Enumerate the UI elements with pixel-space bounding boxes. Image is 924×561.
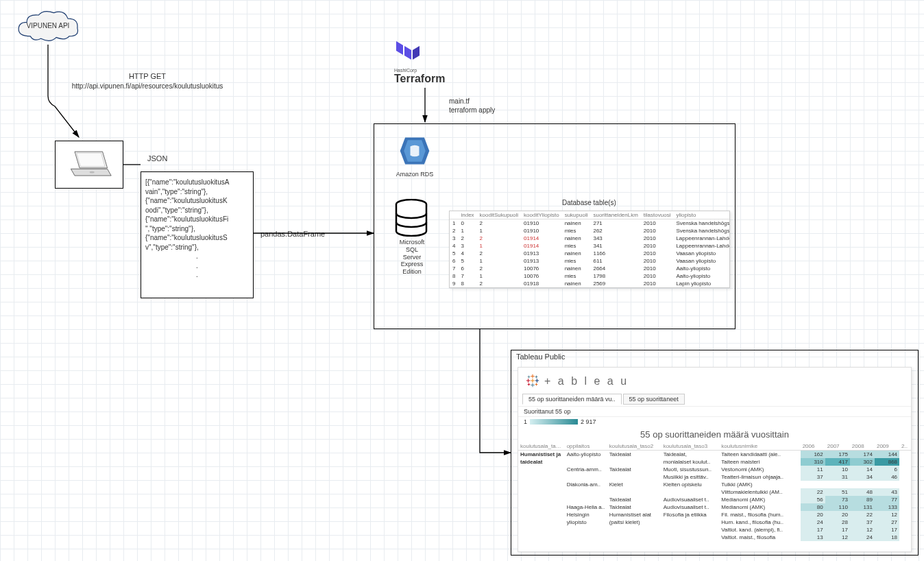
table-row: 10201910nainen2712010Svenska handelshögs… (450, 219, 730, 228)
table-row: TaidealatAudiovisuaaliset t..Medianomi (… (518, 496, 911, 503)
rds-icon (398, 134, 431, 168)
table-row: HelsinginHumanistiset alatFilosofia ja e… (518, 511, 911, 518)
tableau-col-header: 2007 (825, 442, 850, 451)
db-col-header: suorittaneidenLkm (590, 211, 640, 219)
table-row: yliopisto(paitsi kielet)Hum. kand., filo… (518, 518, 911, 526)
table-row: Centria-amm..TaidealatMuoti, sisustussun… (518, 466, 911, 473)
db-col-header: tilastovuosi (641, 211, 674, 219)
tableau-col-header: oppilaitos (565, 442, 607, 451)
table-row: 98201918nainen25692010Lapin yliopisto (450, 280, 730, 287)
tableau-logo-icon (525, 373, 540, 390)
table-row: taidealatmonialaiset koulut..Taiteen mai… (518, 458, 911, 466)
json-line: vain","type":"string"}, (145, 187, 249, 197)
table-row: Humanistiset jaAalto-yliopistoTaidealatT… (518, 451, 911, 459)
tableau-col-header: koulutusala_taso2 (607, 442, 661, 451)
json-dots: . (145, 261, 249, 271)
db-col-header (450, 211, 458, 219)
pandas-label: pandas.DataFrame (260, 230, 325, 238)
hashicorp-label: HashiCorp (394, 68, 476, 73)
json-line: oodi","type":"string"}, (145, 206, 249, 215)
json-line: ","type":"string"}, (145, 224, 249, 234)
table-row: Valtiot. kand. (alempi), fi..17171217 (518, 526, 911, 534)
json-line: [{"name":"koulutusluokitusA (145, 178, 249, 187)
db-col-header: yliopisto (673, 211, 730, 219)
cloud-node: VIPUNEN API (10, 7, 86, 48)
laptop-node (55, 141, 123, 189)
table-row: Musiikki ja esittäv..Teatteri-ilmaisun o… (518, 473, 911, 481)
database-table: indexkooditSukupuolikooditYliopistosukup… (449, 211, 730, 288)
tableau-col-header: koulutusala_taso1 (518, 442, 565, 451)
terraform-icon (394, 38, 422, 65)
db-col-header: kooditSukupuoli (477, 211, 521, 219)
tableau-col-header: koulutusala_taso3 (661, 442, 720, 451)
terraform-file-label: main.tf (449, 97, 470, 105)
json-dots: . (145, 270, 249, 280)
terraform-node: HashiCorp Terraform (394, 38, 476, 85)
rds-label: Amazon RDS (394, 171, 435, 178)
table-row: 43101914mies3412010Lappeenrannan-Lahden … (450, 242, 730, 250)
tableau-dashboard: + a b l e a u 55 op suorittaneiden määrä… (518, 367, 912, 552)
suorit-label: Suorittanut 55 op (524, 408, 571, 415)
tableau-col-header: 2009 (875, 442, 899, 451)
svg-point-3 (90, 171, 95, 174)
table-row: 65101913mies6112010Vaasan yliopisto (450, 257, 730, 265)
tableau-tab-2[interactable]: 55 op suorittaneet (623, 394, 685, 405)
database-icon (394, 199, 428, 237)
table-row: Valtiot. maist., filosofia13122418 (518, 534, 911, 541)
range-low: 1 (524, 418, 527, 425)
cloud-label: VIPUNEN API (10, 22, 86, 29)
table-row: 87110076mies17982010Aalto-yliopisto (450, 272, 730, 280)
table-row: Viittomakielentulkki (AM..22514843 (518, 488, 911, 496)
mssql-label: Microsoft SQL Server Express Edition (395, 239, 429, 276)
tableau-brand: + a b l e a u (544, 375, 629, 387)
json-line: {"name":"koulutusluokitusK (145, 196, 249, 206)
db-col-header: kooditYliopisto (521, 211, 562, 219)
db-col-header: index (458, 211, 476, 219)
table-row: 76210076nainen26642010Aalto-yliopisto (450, 265, 730, 272)
json-snippet-box: [{"name":"koulutusluokitusA vain","type"… (141, 171, 254, 298)
tableau-col-header: 2006 (801, 442, 825, 451)
svg-marker-1 (77, 153, 105, 167)
range-high: 2 917 (581, 418, 596, 425)
db-tables-label: Database table(s) (562, 199, 616, 206)
tableau-col-header: 2008 (850, 442, 875, 451)
amazon-rds-node: Amazon RDS (394, 134, 435, 178)
json-line: v","type":"string"}, (145, 243, 249, 252)
terraform-cmd-label: terraform apply (449, 106, 495, 114)
table-row: 54201913nainen11662010Vaasan yliopisto (450, 250, 730, 257)
svg-marker-6 (413, 46, 420, 60)
tableau-public-label: Tableau Public (516, 353, 566, 361)
table-row: 32201914nainen3432010Lappeenrannan-Lahde… (450, 235, 730, 242)
tableau-tab-1[interactable]: 55 op suorittaneiden määrä vu.. (522, 394, 622, 405)
json-line: {"name":"koulutusluokitusS (145, 233, 249, 243)
tableau-col-header: koulutusnimike (719, 442, 800, 451)
json-label: JSON (147, 154, 167, 163)
json-line: {"name":"koulutusluokitusFi (145, 215, 249, 224)
terraform-word: Terraform (394, 73, 476, 85)
json-dots: . (145, 252, 249, 261)
http-method-label: HTTP GET (103, 72, 192, 80)
svg-marker-4 (396, 41, 403, 55)
http-url-label: http://api.vipunen.fi/api/resources/koul… (48, 82, 247, 90)
table-row: Diakonia-am..KieletKielten opiskeluTulkk… (518, 481, 911, 488)
color-legend-bar (530, 419, 578, 425)
tableau-chart-title: 55 op suorittaneiden määrä vuosittain (518, 427, 911, 442)
db-col-header: sukupuoli (562, 211, 591, 219)
table-row: 21101910mies2622010Svenska handelshögsko… (450, 227, 730, 235)
tableau-col-header: 2.. (899, 442, 911, 451)
table-row: Haaga-Helia a..TaidealatAudiovisuaaliset… (518, 503, 911, 511)
